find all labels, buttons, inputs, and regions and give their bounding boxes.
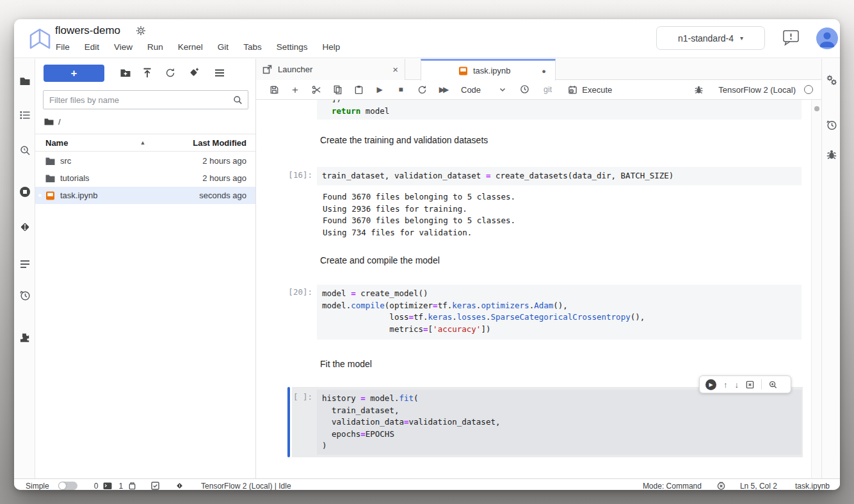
run-this-cell-icon[interactable]: ▶ [705,379,716,390]
restart-kernel-icon[interactable] [417,84,427,95]
search-icon [233,95,243,105]
code-cell-fit[interactable]: history = model.fit( train_dataset, vali… [317,390,802,455]
debugger-bug-icon[interactable] [693,84,704,95]
debugger-bug-icon[interactable] [826,149,837,161]
execute-button[interactable]: Execute [568,85,612,95]
code-cell-partial[interactable]: ]) return model [317,100,802,120]
kernel-sessions-icon[interactable] [128,482,137,490]
tab-label: task.ipynb [473,66,511,75]
file-list-icon[interactable] [214,67,225,79]
menu-tabs[interactable]: Tabs [243,42,262,52]
menu-help[interactable]: Help [322,42,340,52]
git-icon[interactable] [19,221,31,233]
notebook-file-icon [45,191,55,200]
upload-icon[interactable] [141,67,153,79]
machine-type-label: n1-standard-4 [678,33,734,43]
paste-cells-icon[interactable] [353,84,364,95]
interrupt-kernel-icon[interactable]: ■ [396,84,406,95]
sort-ascending-icon[interactable]: ▲ [140,139,145,146]
cut-cells-icon[interactable] [311,84,321,95]
property-inspector-icon[interactable] [826,74,837,86]
breadcrumb-root: / [58,117,61,127]
cursor-position[interactable]: Ln 5, Col 2 [740,482,777,490]
menu-kernel[interactable]: Kernel [178,42,203,52]
user-avatar[interactable] [816,28,838,49]
code-cell-16[interactable]: train_dataset, validation_dataset = crea… [317,167,802,185]
file-table-header: Name ▲ Last Modified [35,134,255,152]
notebook-toolbar: + [256,80,821,100]
close-tab-icon[interactable]: × [392,64,398,75]
header: flowers-demo File Edit View Run Kernel G… [14,19,840,58]
right-activity-bar [821,59,840,478]
sessions-stop-icon[interactable] [19,186,31,198]
move-cell-up-icon[interactable]: ↑ [723,381,728,389]
file-row-tutorials[interactable]: tutorials 2 hours ago [35,169,255,187]
execution-time-icon[interactable] [520,84,530,95]
restart-run-all-icon[interactable]: ▶▶ [438,84,448,95]
cell-16-output: Found 3670 files belonging to 5 classes.… [323,191,515,239]
git-cell-label[interactable]: git [544,85,552,94]
checkbox-icon[interactable] [151,482,160,490]
delete-cell-icon[interactable] [746,381,754,389]
notebook-scrollbar[interactable] [811,100,821,478]
new-launcher-button[interactable]: + [44,65,104,82]
simple-mode-toggle[interactable] [58,482,77,490]
notebook-jobs-icon[interactable] [19,290,31,301]
filter-files-input[interactable] [49,91,229,108]
file-name: task.ipynb [60,191,98,200]
code-cell-20[interactable]: model = create_model()model.compile(opti… [317,285,802,340]
file-row-src[interactable]: src 2 hours ago [35,152,255,169]
clone-repository-icon[interactable] [188,67,200,79]
file-row-task-ipynb[interactable]: task.ipynb seconds ago [35,187,255,204]
new-folder-icon[interactable] [120,67,131,79]
table-of-contents-icon[interactable] [19,258,31,270]
unsaved-dot-icon: ● [542,67,546,75]
file-name: tutorials [60,173,90,183]
expand-cell-icon[interactable] [769,381,777,389]
menu-edit[interactable]: Edit [85,42,99,52]
git-status-icon[interactable] [175,482,184,490]
column-name[interactable]: Name [45,138,68,148]
refresh-icon[interactable] [165,67,176,79]
running-kernels-icon[interactable] [19,109,31,121]
markdown-cell-fit[interactable]: Fit the model [320,359,372,369]
menu-settings[interactable]: Settings [277,42,308,52]
file-modified: seconds ago [199,191,246,200]
feedback-icon[interactable] [782,29,800,46]
menu-file[interactable]: File [56,42,70,52]
kernels-count[interactable]: 1 [118,482,123,490]
kernel-name[interactable]: TensorFlow 2 (Local) [718,85,796,95]
copy-cells-icon[interactable] [332,84,342,95]
machine-type-dropdown[interactable]: n1-standard-4 ▾ [656,26,765,50]
interrupt-icon[interactable] [717,482,726,490]
menu-view[interactable]: View [114,42,133,52]
file-browser-icon[interactable] [19,75,31,87]
notebook-settings-gear-icon[interactable] [136,26,146,36]
cell-hover-toolbar: ▶ ↑ ↓ [699,375,791,393]
terminals-count[interactable]: 0 [94,482,99,490]
tab-launcher[interactable]: Launcher × [256,59,405,80]
kernel-status-text[interactable]: TensorFlow 2 (Local) | Idle [201,482,291,490]
workbench-logo-icon [27,26,54,52]
column-last-modified[interactable]: Last Modified [193,138,246,148]
menu-git[interactable]: Git [218,42,229,52]
markdown-cell-compile[interactable]: Create and compile the model [320,255,440,265]
move-cell-down-icon[interactable]: ↓ [735,381,739,389]
execution-prompt: [16]: [273,170,312,180]
add-cell-icon[interactable]: + [290,84,300,95]
breadcrumb[interactable]: / [44,115,61,128]
menu-run[interactable]: Run [147,42,163,52]
history-icon[interactable] [826,120,837,131]
execution-prompt: [20]: [273,287,312,297]
save-icon[interactable] [269,84,279,95]
tab-task-ipynb[interactable]: task.ipynb ● [421,59,556,81]
main-area: + [14,59,840,478]
search-icon[interactable] [19,145,31,156]
chevron-down-icon[interactable] [499,86,506,93]
cell-type-dropdown[interactable]: Code [461,85,481,95]
run-cell-icon[interactable]: ▶ [375,84,385,95]
markdown-cell-datasets[interactable]: Create the training and validation datas… [320,135,488,145]
scrollbar-thumb[interactable] [814,106,819,111]
extension-manager-icon[interactable] [19,332,31,343]
terminal-icon[interactable] [103,482,112,490]
